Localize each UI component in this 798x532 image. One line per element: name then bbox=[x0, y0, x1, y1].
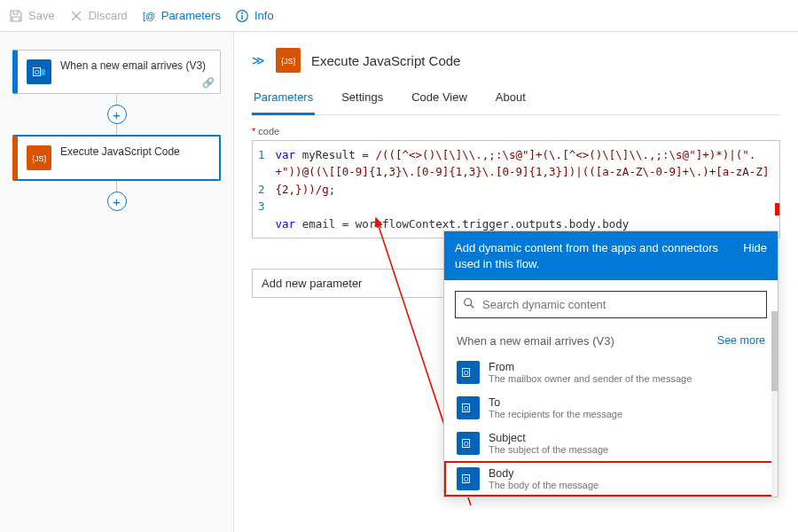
tab-parameters[interactable]: Parameters bbox=[252, 85, 315, 115]
code-content[interactable]: var myResult = /(([^<>()\[\]\\.,;:\s@"]+… bbox=[272, 141, 779, 238]
line-gutter: 123 bbox=[253, 141, 272, 238]
parameters-icon: [@] bbox=[142, 9, 156, 23]
dynamic-search[interactable] bbox=[455, 291, 767, 318]
outlook-icon: O bbox=[457, 432, 480, 455]
code-field-label: * code bbox=[252, 126, 780, 137]
error-marker bbox=[775, 203, 779, 215]
svg-text:O: O bbox=[464, 441, 469, 447]
dynamic-item-subject[interactable]: O SubjectThe subject of the message bbox=[444, 426, 778, 461]
dynamic-item-body[interactable]: O BodyThe body of the message bbox=[444, 461, 778, 497]
outlook-icon: O bbox=[457, 361, 480, 384]
action-title: Execute JavaScript Code bbox=[60, 145, 180, 160]
code-editor[interactable]: 123 var myResult = /(([^<>()\[\]\\.,;:\s… bbox=[252, 140, 780, 239]
tab-bar: Parameters Settings Code View About bbox=[252, 85, 780, 115]
js-icon: {JS} bbox=[27, 145, 51, 170]
svg-text:{JS}: {JS} bbox=[281, 57, 295, 66]
connector: + bbox=[12, 94, 221, 135]
top-toolbar: Save Discard [@] Parameters Info bbox=[0, 0, 798, 32]
svg-point-10 bbox=[465, 299, 472, 306]
svg-text:[@]: [@] bbox=[143, 11, 156, 21]
tab-settings[interactable]: Settings bbox=[340, 85, 385, 114]
search-icon bbox=[463, 297, 475, 312]
add-step-button-2[interactable]: + bbox=[107, 192, 127, 211]
svg-text:O: O bbox=[464, 476, 469, 482]
svg-text:O: O bbox=[464, 370, 469, 376]
svg-text:O: O bbox=[35, 69, 40, 75]
add-step-button[interactable]: + bbox=[107, 105, 127, 124]
save-icon bbox=[9, 9, 23, 23]
dynamic-item-from[interactable]: O FromThe mailbox owner and sender of th… bbox=[444, 355, 778, 390]
tab-codeview[interactable]: Code View bbox=[410, 85, 469, 114]
action-card[interactable]: {JS} Execute JavaScript Code bbox=[12, 135, 221, 181]
discard-icon bbox=[69, 9, 83, 23]
svg-point-2 bbox=[241, 12, 243, 14]
outlook-icon: O bbox=[27, 59, 51, 84]
svg-line-11 bbox=[471, 305, 474, 309]
svg-rect-3 bbox=[241, 15, 242, 20]
parameters-button[interactable]: [@] Parameters bbox=[142, 9, 221, 23]
dynamic-header-text: Add dynamic content from the apps and co… bbox=[455, 240, 721, 271]
trigger-title: When a new email arrives (V3) bbox=[60, 59, 206, 74]
save-button[interactable]: Save bbox=[9, 9, 55, 23]
add-param-label: Add new parameter bbox=[262, 277, 362, 290]
discard-label: Discard bbox=[89, 9, 128, 22]
link-icon: 🔗 bbox=[202, 77, 215, 89]
trigger-card[interactable]: O When a new email arrives (V3) 🔗 bbox=[12, 50, 221, 94]
svg-text:{JS}: {JS} bbox=[32, 154, 46, 163]
tab-about[interactable]: About bbox=[494, 85, 528, 114]
info-icon bbox=[235, 9, 249, 23]
dynamic-content-panel: Add dynamic content from the apps and co… bbox=[443, 231, 778, 497]
outlook-icon: O bbox=[457, 467, 480, 490]
save-label: Save bbox=[28, 9, 55, 22]
page-title: Execute JavaScript Code bbox=[311, 53, 460, 68]
collapse-icon[interactable]: ≫ bbox=[252, 53, 265, 67]
info-label: Info bbox=[254, 9, 274, 22]
dynamic-search-input[interactable] bbox=[482, 298, 759, 311]
see-more-link[interactable]: See more bbox=[717, 334, 765, 348]
hide-button[interactable]: Hide bbox=[743, 240, 767, 271]
outlook-icon: O bbox=[457, 396, 480, 419]
workflow-canvas: O When a new email arrives (V3) 🔗 + {JS}… bbox=[0, 32, 234, 532]
connector-end: + bbox=[12, 181, 221, 211]
scrollbar[interactable] bbox=[771, 311, 778, 497]
dynamic-group-title: When a new email arrives (V3) bbox=[457, 334, 614, 348]
parameters-label: Parameters bbox=[161, 9, 221, 22]
info-button[interactable]: Info bbox=[235, 9, 274, 23]
svg-text:O: O bbox=[464, 405, 469, 411]
discard-button[interactable]: Discard bbox=[69, 9, 128, 23]
scrollbar-thumb[interactable] bbox=[771, 311, 778, 391]
dynamic-item-to[interactable]: O ToThe recipients for the message bbox=[444, 390, 778, 426]
js-icon-header: {JS} bbox=[276, 48, 301, 73]
